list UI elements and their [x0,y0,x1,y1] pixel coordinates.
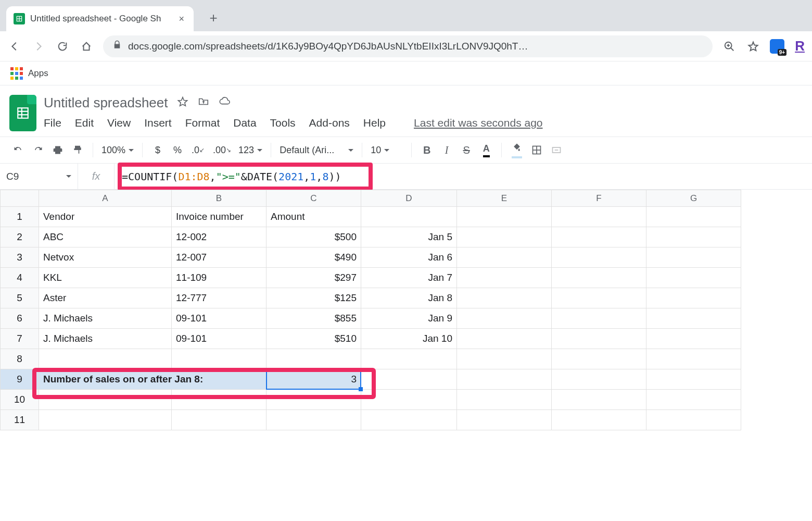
cell-C4[interactable]: $297 [267,268,361,288]
cell-A1[interactable]: Vendor [39,207,172,227]
cell-C7[interactable]: $510 [267,329,361,349]
cell-C6[interactable]: $855 [267,308,361,329]
paint-format-button[interactable] [69,141,86,159]
row-6: 6J. Michaels09-101$855Jan 9 [1,308,741,329]
zoom-icon[interactable] [722,39,737,54]
bookmark-star-icon[interactable] [746,39,760,54]
cell-B2[interactable]: 12-002 [172,227,267,247]
cell-D2[interactable]: Jan 5 [361,227,457,247]
svg-rect-7 [18,108,28,118]
col-header-E[interactable]: E [457,190,552,207]
cell-D3[interactable]: Jan 6 [361,247,457,268]
cell-A4[interactable]: KKL [39,268,172,288]
percent-button[interactable]: % [169,141,186,159]
menu-file[interactable]: File [44,117,61,129]
doc-title[interactable]: Untitled spreadsheet [44,95,168,111]
col-header-A[interactable]: A [39,190,172,207]
menu-addons[interactable]: Add-ons [309,117,350,129]
cell-B6[interactable]: 09-101 [172,308,267,329]
back-button[interactable] [7,39,22,54]
cell-A9[interactable]: Number of sales on or after Jan 8: [39,369,267,390]
borders-button[interactable] [528,141,545,159]
cell-D6[interactable]: Jan 9 [361,308,457,329]
reload-button[interactable] [55,39,70,54]
cell-A7[interactable]: J. Michaels [39,329,172,349]
merge-cells-button[interactable] [548,141,565,159]
cell-B4[interactable]: 11-109 [172,268,267,288]
spreadsheet-grid[interactable]: A B C D E F G 1VendorInvoice numberAmoun… [0,190,741,430]
col-header-B[interactable]: B [172,190,267,207]
strikethrough-button[interactable]: S [458,141,475,159]
menu-edit[interactable]: Edit [75,117,94,129]
cloud-status-icon[interactable] [219,96,230,109]
col-header-D[interactable]: D [361,190,457,207]
close-tab-icon[interactable]: × [179,14,184,24]
cell-B1[interactable]: Invoice number [172,207,267,227]
fill-color-button[interactable] [508,141,526,159]
col-header-C[interactable]: C [267,190,361,207]
row-3: 3Netvox12-007$490Jan 6 [1,247,741,268]
font-size-dropdown[interactable]: 10 [369,145,405,156]
cell-D5[interactable]: Jan 8 [361,288,457,308]
forward-button[interactable] [31,39,46,54]
move-folder-icon[interactable] [198,96,209,109]
browser-tab[interactable]: Untitled spreadsheet - Google Sh × [6,6,194,31]
text-color-button[interactable]: A [477,141,495,159]
cell-A8[interactable] [39,349,172,369]
font-family-dropdown[interactable]: Default (Ari... [277,145,356,156]
fx-icon: fx [78,164,115,189]
extension-icon[interactable]: 9+ [770,39,784,54]
select-all-corner[interactable] [1,190,39,207]
cell-D7[interactable]: Jan 10 [361,329,457,349]
extension-r-icon[interactable]: R [795,38,805,54]
row-9: 9Number of sales on or after Jan 8:3 [1,369,741,390]
home-button[interactable] [79,39,94,54]
redo-button[interactable] [29,141,47,159]
menu-data[interactable]: Data [233,117,256,129]
cell-B7[interactable]: 09-101 [172,329,267,349]
row-8: 8 [1,349,741,369]
cell-B3[interactable]: 12-007 [172,247,267,268]
menu-help[interactable]: Help [363,117,386,129]
menu-tools[interactable]: Tools [270,117,296,129]
menu-view[interactable]: View [107,117,131,129]
cell-C3[interactable]: $490 [267,247,361,268]
print-button[interactable] [49,141,67,159]
col-header-G[interactable]: G [646,190,741,207]
sheets-logo-icon[interactable] [9,95,36,131]
cell-A6[interactable]: J. Michaels [39,308,172,329]
currency-button[interactable]: $ [149,141,167,159]
increase-decimal-button[interactable]: .00↘ [210,141,234,159]
format-toolbar: 100% $ % .0↙ .00↘ 123 Default (Ari... 10… [0,137,812,164]
formula-input[interactable]: =COUNTIF(D1:D8,">="&DATE(2021,1,8)) [115,164,812,189]
number-format-dropdown[interactable]: 123 [236,145,264,156]
cell-C5[interactable]: $125 [267,288,361,308]
star-icon[interactable] [177,96,188,109]
italic-button[interactable]: I [438,141,455,159]
decrease-decimal-button[interactable]: .0↙ [188,141,208,159]
menu-insert[interactable]: Insert [144,117,172,129]
zoom-dropdown[interactable]: 100% [99,145,136,156]
cell-A3[interactable]: Netvox [39,247,172,268]
apps-grid-icon[interactable] [10,67,23,80]
cell-C2[interactable]: $500 [267,227,361,247]
bold-button[interactable]: B [418,141,436,159]
menu-format[interactable]: Format [185,117,220,129]
new-tab-button[interactable]: + [203,7,224,28]
name-box[interactable]: C9 [0,164,78,189]
col-header-F[interactable]: F [552,190,646,207]
cell-B5[interactable]: 12-777 [172,288,267,308]
cell-D4[interactable]: Jan 7 [361,268,457,288]
cell-A5[interactable]: Aster [39,288,172,308]
address-bar[interactable]: docs.google.com/spreadsheets/d/1K6Jy9BOy… [103,35,713,57]
menu-bar: File Edit View Insert Format Data Tools … [44,113,803,133]
apps-label[interactable]: Apps [28,68,48,79]
cell-D1[interactable] [361,207,457,227]
last-edit-link[interactable]: Last edit was seconds ago [414,117,543,129]
cell-C1[interactable]: Amount [267,207,361,227]
fill-handle[interactable] [359,387,363,391]
cell-A2[interactable]: ABC [39,227,172,247]
undo-button[interactable] [9,141,27,159]
caret-icon [129,149,134,152]
cell-C9[interactable]: 3 [267,369,361,390]
